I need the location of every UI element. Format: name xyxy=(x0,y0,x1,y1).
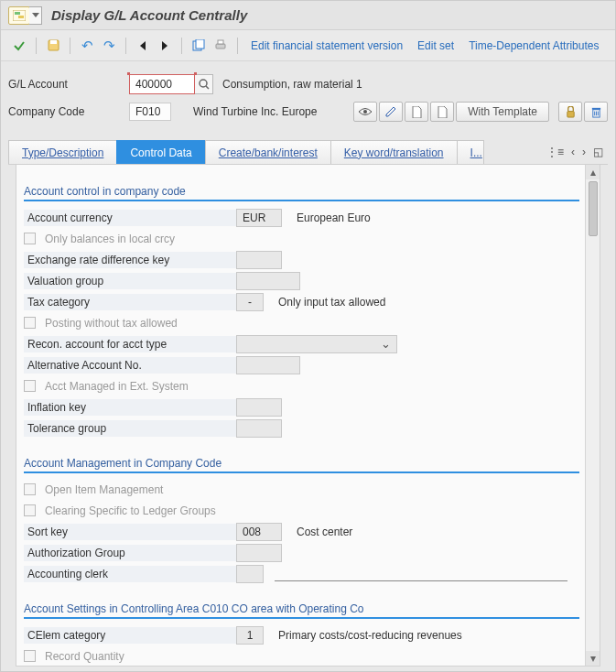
scroll-up-icon[interactable]: ▴ xyxy=(586,165,600,179)
record-quantity-label: Record Quantity xyxy=(41,648,128,665)
tabstrip: Type/Description Control Data Create/ban… xyxy=(8,140,608,165)
svg-line-10 xyxy=(206,86,209,89)
sort-key-label: Sort key xyxy=(24,524,236,540)
record-quantity-checkbox xyxy=(24,650,36,662)
save-icon[interactable] xyxy=(44,37,62,55)
svg-rect-4 xyxy=(50,40,57,44)
redo-icon[interactable]: ↷ xyxy=(100,37,118,55)
svg-rect-8 xyxy=(218,40,223,44)
clearing-ledger-label: Clearing Specific to Ledger Groups xyxy=(41,503,220,519)
gl-account-input[interactable]: 400000 xyxy=(129,74,195,94)
display-change-icon[interactable] xyxy=(189,37,208,55)
next-icon[interactable] xyxy=(156,37,174,55)
account-currency-desc: European Euro xyxy=(297,211,371,224)
open-item-checkbox xyxy=(24,483,36,495)
svg-rect-1 xyxy=(15,12,20,15)
display-icon[interactable] xyxy=(353,102,377,122)
scroll-down-icon[interactable]: ▾ xyxy=(586,651,600,666)
copy-doc-icon[interactable] xyxy=(430,102,454,122)
only-balances-label: Only balances in local crcy xyxy=(41,231,178,247)
recon-account-select[interactable] xyxy=(236,335,397,353)
accounting-clerk-text-field[interactable] xyxy=(275,567,567,581)
posting-without-tax-label: Posting without tax allowed xyxy=(41,315,181,331)
app-window: Display G/L Account Centrally ↶ ↷ Edit f… xyxy=(0,0,616,672)
exchange-rate-diff-label: Exchange rate difference key xyxy=(24,252,236,268)
print-icon[interactable] xyxy=(211,37,230,55)
scroll-thumb[interactable] xyxy=(589,181,598,236)
tab-keyword-translation[interactable]: Key word/translation xyxy=(330,140,458,164)
account-currency-field[interactable]: EUR xyxy=(236,209,282,227)
tax-category-field[interactable]: - xyxy=(236,293,264,311)
company-code-label: Company Code xyxy=(8,105,129,118)
tab-control-data[interactable]: Control Data xyxy=(116,140,205,164)
header-block: G/L Account 400000 Consumption, raw mate… xyxy=(1,61,615,135)
time-dependent-link[interactable]: Time-Dependent Attributes xyxy=(463,39,604,52)
alt-account-label: Alternative Account No. xyxy=(24,357,236,374)
search-help-icon[interactable] xyxy=(195,74,213,94)
sort-key-desc: Cost center xyxy=(297,526,352,538)
with-template-button[interactable]: With Template xyxy=(456,102,549,122)
inflation-key-field[interactable] xyxy=(236,398,282,417)
edit-icon[interactable] xyxy=(379,102,403,122)
ext-system-label: Acct Managed in Ext. System xyxy=(41,378,192,395)
tolerance-group-field[interactable] xyxy=(236,419,282,438)
tab-type-description[interactable]: Type/Description xyxy=(8,140,117,164)
account-currency-label: Account currency xyxy=(24,210,236,226)
page-title: Display G/L Account Centrally xyxy=(51,7,247,23)
svg-rect-7 xyxy=(216,44,225,49)
app-menu-icon[interactable] xyxy=(8,6,30,25)
edit-fsv-link[interactable]: Edit financial statement version xyxy=(245,39,408,52)
group-controlling-area-title: Account Settings in Controlling Area C01… xyxy=(24,601,579,617)
edit-set-link[interactable]: Edit set xyxy=(412,39,459,52)
company-code-input[interactable]: F010 xyxy=(129,103,171,121)
tab-content: ▴ ▾ Account control in company code Acco… xyxy=(16,165,600,667)
divider xyxy=(24,471,579,473)
separator xyxy=(237,38,238,54)
svg-rect-17 xyxy=(591,107,600,109)
group-account-control-title: Account control in company code xyxy=(24,183,579,200)
celem-category-field[interactable]: 1 xyxy=(236,626,264,645)
application-toolbar: ↶ ↷ Edit financial statement version Edi… xyxy=(1,30,615,61)
celem-category-label: CElem category xyxy=(24,627,236,644)
vertical-scrollbar[interactable]: ▴ ▾ xyxy=(585,165,600,666)
accounting-clerk-label: Accounting clerk xyxy=(24,566,236,582)
separator xyxy=(125,38,126,54)
tab-list-icon[interactable]: ⋮≡ xyxy=(544,146,567,158)
tab-expand-icon[interactable]: ◱ xyxy=(590,146,606,158)
new-doc-icon[interactable] xyxy=(405,102,428,122)
svg-point-9 xyxy=(200,80,207,87)
check-icon[interactable] xyxy=(10,37,28,55)
celem-category-desc: Primary costs/cost-reducing revenues xyxy=(278,629,462,642)
only-balances-checkbox xyxy=(24,233,36,244)
alt-account-field[interactable] xyxy=(236,356,300,374)
accounting-clerk-field[interactable] xyxy=(236,565,264,583)
divider xyxy=(24,617,579,619)
valuation-group-label: Valuation group xyxy=(24,273,236,289)
tab-scroll-right-icon[interactable]: › xyxy=(579,146,589,158)
auth-group-label: Authorization Group xyxy=(24,545,236,561)
sort-key-field[interactable]: 008 xyxy=(236,523,282,541)
app-menu-dropdown-icon[interactable] xyxy=(29,6,42,25)
undo-icon[interactable]: ↶ xyxy=(78,37,96,55)
valuation-group-field[interactable] xyxy=(236,272,300,290)
posting-without-tax-checkbox xyxy=(24,317,36,329)
svg-rect-6 xyxy=(196,39,204,49)
svg-point-11 xyxy=(363,110,367,114)
gl-account-label: G/L Account xyxy=(8,78,129,91)
auth-group-field[interactable] xyxy=(236,544,282,562)
previous-icon[interactable] xyxy=(134,37,152,55)
group-account-mgmt-title: Account Management in Company Code xyxy=(24,455,579,471)
svg-rect-2 xyxy=(18,16,24,18)
tab-scroll-left-icon[interactable]: ‹ xyxy=(568,146,578,158)
exchange-rate-diff-field[interactable] xyxy=(236,251,282,269)
tab-scroll-controls: ⋮≡ ‹ › ◱ xyxy=(544,146,606,158)
recon-account-label: Recon. account for acct type xyxy=(24,336,236,352)
delete-icon[interactable] xyxy=(584,102,608,122)
tolerance-group-label: Tolerance group xyxy=(24,420,236,437)
gl-account-desc: Consumption, raw material 1 xyxy=(222,78,362,91)
company-code-desc: Wind Turbine Inc. Europe xyxy=(193,105,317,118)
title-bar: Display G/L Account Centrally xyxy=(1,1,615,30)
tab-overflow[interactable]: I... xyxy=(457,140,484,164)
tab-create-bank-interest[interactable]: Create/bank/interest xyxy=(205,140,331,164)
lock-icon[interactable] xyxy=(558,102,582,122)
